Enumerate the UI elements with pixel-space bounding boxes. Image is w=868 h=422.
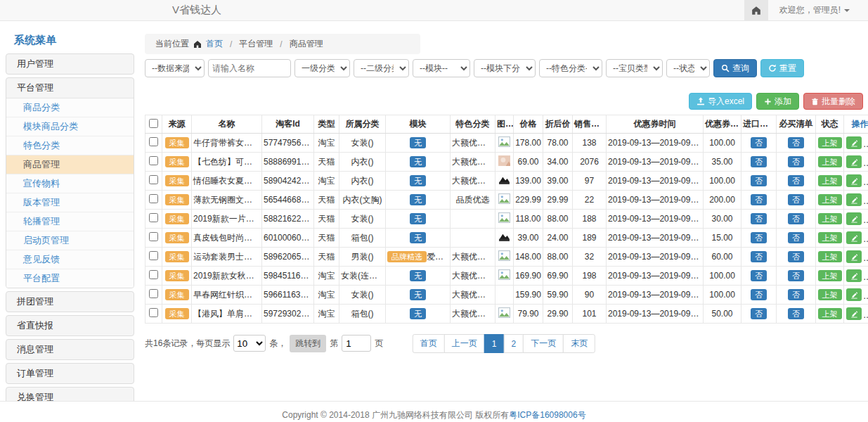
name-search-input[interactable] bbox=[208, 59, 291, 77]
sidebar-group-group-buy-management: 拼团管理 bbox=[6, 291, 134, 312]
import-excel-button[interactable]: 导入excel bbox=[689, 93, 752, 110]
sidebar-group-user-management: 用户管理 bbox=[6, 53, 134, 75]
module-subcategory-filter[interactable]: --模块下分类-- bbox=[474, 59, 536, 77]
primary-category-filter[interactable]: 一级分类 bbox=[294, 59, 350, 77]
coupon-time-cell: 2019-09-13—2019-09-18 bbox=[607, 305, 704, 324]
feature-category-filter[interactable]: --特色分类-- bbox=[539, 59, 602, 77]
top-navbar: V省钱达人 欢迎您，管理员! bbox=[0, 0, 868, 21]
add-button[interactable]: 添加 bbox=[756, 93, 799, 110]
sidebar-item-user-management[interactable]: 用户管理 bbox=[6, 54, 134, 74]
module-badge: 无 bbox=[410, 232, 426, 243]
edit-button[interactable] bbox=[846, 155, 862, 168]
row-checkbox[interactable] bbox=[149, 137, 158, 146]
sidebar-item-message-management[interactable]: 消息管理 bbox=[6, 340, 134, 359]
sidebar-item-platform-config[interactable]: 平台配置 bbox=[6, 269, 134, 288]
source-badge: 采集 bbox=[165, 289, 189, 300]
module-badge: 无 bbox=[410, 137, 426, 148]
module-cell: 品牌精选爱上运动 bbox=[386, 248, 451, 267]
edit-button[interactable] bbox=[846, 136, 862, 149]
jump-page-input[interactable] bbox=[342, 335, 371, 352]
batch-delete-button[interactable]: 批量删除 bbox=[803, 93, 863, 110]
row-checkbox[interactable] bbox=[149, 232, 158, 241]
edit-button[interactable] bbox=[846, 269, 862, 282]
row-checkbox[interactable] bbox=[149, 213, 158, 222]
first-page-button[interactable]: 首页 bbox=[413, 334, 445, 353]
type-cell: 天猫 bbox=[314, 210, 339, 229]
placeholder bbox=[498, 212, 510, 223]
row-checkbox[interactable] bbox=[149, 156, 158, 165]
column-header: 状态 bbox=[816, 115, 844, 134]
row-select-cell bbox=[145, 305, 162, 324]
breadcrumb-home-link[interactable]: 首页 bbox=[206, 38, 223, 50]
feature-category-cell bbox=[451, 210, 495, 229]
data-source-filter[interactable]: --数据来源-- bbox=[145, 59, 205, 77]
page-footer: Copyright © 2014-2018 广州九驰网络科技有限公司 版权所有粤… bbox=[0, 401, 868, 422]
home-nav-button[interactable] bbox=[744, 0, 768, 20]
sidebar-item-order-management[interactable]: 订单管理 bbox=[6, 364, 134, 383]
page-2-button[interactable]: 2 bbox=[504, 334, 524, 353]
edit-button[interactable] bbox=[846, 212, 862, 225]
status-filter[interactable]: --状态-- bbox=[666, 59, 710, 77]
row-checkbox[interactable] bbox=[149, 175, 158, 184]
sidebar-item-group-buy-management[interactable]: 拼团管理 bbox=[6, 292, 134, 312]
actions-cell bbox=[844, 229, 868, 248]
sidebar-item-feature-category[interactable]: 特色分类 bbox=[6, 136, 134, 155]
module-badge: 无 bbox=[410, 194, 426, 205]
column-header: 销售数量 bbox=[573, 115, 607, 134]
last-page-button[interactable]: 末页 bbox=[563, 334, 595, 353]
price-cell: 178.00 bbox=[514, 134, 543, 153]
sidebar-item-promo-materials[interactable]: 宣传物料 bbox=[6, 174, 134, 193]
sidebar-group-message-management: 消息管理 bbox=[6, 339, 134, 360]
jump-to-button[interactable]: 跳转到 bbox=[290, 335, 326, 352]
module-filter[interactable]: --模块-- bbox=[413, 59, 470, 77]
sidebar-item-feedback[interactable]: 意见反馈 bbox=[6, 250, 134, 269]
row-checkbox[interactable] bbox=[149, 308, 158, 317]
secondary-category-filter[interactable]: --二级分类-- bbox=[354, 59, 409, 77]
module-cell: 无 bbox=[386, 286, 451, 305]
welcome-text: 欢迎您，管理员! bbox=[779, 4, 841, 16]
edit-button[interactable] bbox=[846, 174, 862, 187]
item-type-filter[interactable]: --宝贝类型-- bbox=[606, 59, 663, 77]
sidebar-item-express-report[interactable]: 省直快报 bbox=[6, 316, 134, 335]
row-checkbox[interactable] bbox=[149, 194, 158, 203]
category-cell: 内衣() bbox=[339, 153, 386, 172]
user-menu[interactable]: 欢迎您，管理员! bbox=[768, 4, 868, 16]
source-cell: 采集 bbox=[162, 153, 192, 172]
edit-button[interactable] bbox=[846, 193, 862, 206]
table-row: 采集真皮钱包时尚优雅女士...601000601341天猫箱包()无39.002… bbox=[145, 229, 868, 248]
row-checkbox[interactable] bbox=[149, 289, 158, 298]
select-all-checkbox[interactable] bbox=[149, 119, 158, 128]
import-select-cell: 否 bbox=[741, 248, 777, 267]
reset-button[interactable]: 重置 bbox=[760, 59, 804, 77]
page-1-button[interactable]: 1 bbox=[484, 334, 505, 353]
edit-button[interactable] bbox=[846, 250, 862, 263]
sidebar-item-module-product-category[interactable]: 模块商品分类 bbox=[6, 117, 134, 136]
sidebar-group-order-management: 订单管理 bbox=[6, 363, 134, 384]
source-cell: 采集 bbox=[162, 305, 192, 324]
search-button[interactable]: 查询 bbox=[713, 59, 757, 77]
prev-page-button[interactable]: 上一页 bbox=[444, 334, 485, 353]
edit-button[interactable] bbox=[846, 288, 862, 301]
import-select-cell: 否 bbox=[741, 172, 777, 191]
must-buy-badge: 否 bbox=[788, 137, 804, 148]
product-name-cell: 早春网红针织外套女春... bbox=[192, 286, 262, 305]
sidebar-item-carousel-management[interactable]: 轮播管理 bbox=[6, 212, 134, 231]
category-cell: 内衣() bbox=[339, 172, 386, 191]
sidebar-item-product-category[interactable]: 商品分类 bbox=[6, 98, 134, 117]
icp-link[interactable]: 粤ICP备16098006号 bbox=[509, 410, 585, 420]
row-checkbox[interactable] bbox=[149, 251, 158, 260]
sidebar-item-version-management[interactable]: 版本管理 bbox=[6, 193, 134, 212]
sidebar-item-product-management[interactable]: 商品管理 bbox=[6, 155, 134, 174]
sidebar-item-platform-management[interactable]: 平台管理 bbox=[6, 78, 134, 98]
edit-button[interactable] bbox=[846, 231, 862, 244]
sidebar-item-splash-page-management[interactable]: 启动页管理 bbox=[6, 231, 134, 250]
next-page-button[interactable]: 下一页 bbox=[523, 334, 564, 353]
taoke-id-cell: 565446685867 bbox=[262, 191, 314, 210]
edit-button[interactable] bbox=[846, 307, 862, 320]
coupon-amount-cell: 35.00 bbox=[704, 153, 741, 172]
row-checkbox[interactable] bbox=[149, 270, 158, 279]
row-select-cell bbox=[145, 134, 162, 153]
per-page-select[interactable]: 10 bbox=[233, 335, 266, 352]
import-select-cell: 否 bbox=[741, 191, 777, 210]
coupon-time-cell: 2019-09-13—2019-09-19 bbox=[607, 210, 704, 229]
